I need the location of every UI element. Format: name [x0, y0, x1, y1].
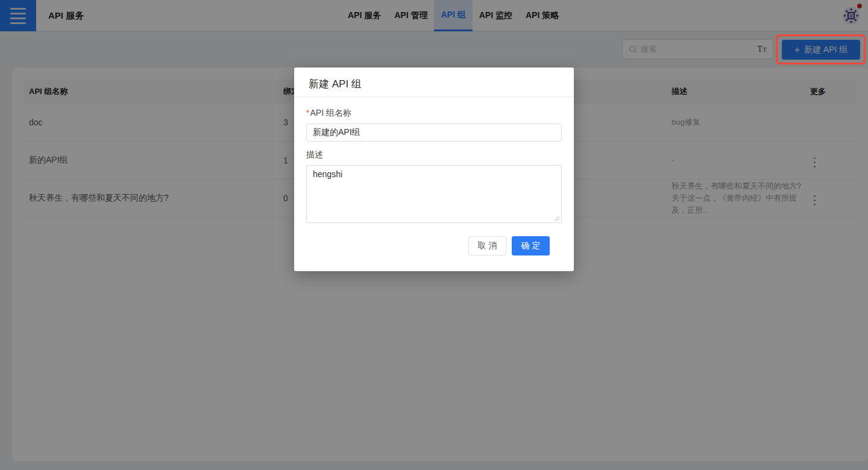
confirm-button[interactable]: 确 定	[512, 236, 550, 255]
description-label: 描述	[306, 149, 562, 160]
description-textarea-wrap: hengshi	[306, 165, 562, 223]
description-textarea[interactable]: hengshi	[306, 165, 562, 223]
modal-body: *API 组名称 描述 hengshi 取 消 确 定	[294, 97, 574, 255]
create-api-group-modal: 新建 API 组 *API 组名称 描述 hengshi 取 消 确 定	[294, 67, 574, 271]
resize-handle-icon[interactable]	[555, 216, 560, 221]
cancel-button[interactable]: 取 消	[468, 236, 506, 255]
modal-title: 新建 API 组	[309, 78, 362, 90]
api-group-name-label: *API 组名称	[306, 108, 562, 119]
modal-footer: 取 消 确 定	[306, 223, 562, 255]
app-screen: API 服务 API 服务 API 管理 API 组 API 监控 API 策略	[0, 0, 868, 470]
api-group-name-input[interactable]	[306, 124, 562, 142]
required-mark: *	[306, 108, 309, 118]
modal-header: 新建 API 组	[294, 67, 574, 97]
